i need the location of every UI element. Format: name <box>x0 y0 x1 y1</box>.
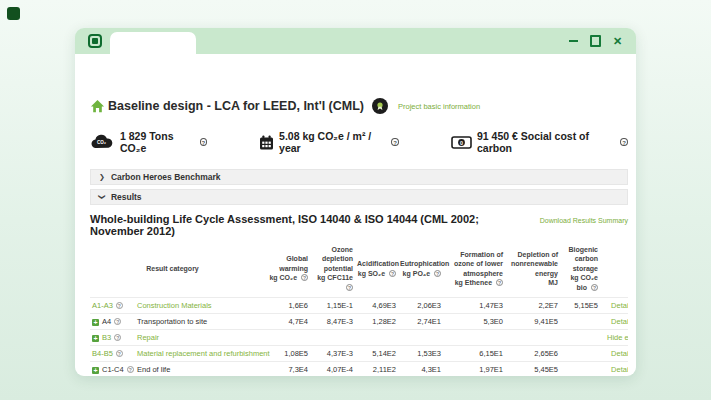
close-button[interactable]: ✕ <box>612 36 623 47</box>
column-header: Ozone depletion potentialkg CFC11e <box>310 241 355 298</box>
metric-value: 91 450 € Social cost of carbon <box>477 130 617 154</box>
page-content: Baseline design - LCA for LEED, Int'l (C… <box>75 54 636 376</box>
medal-badge-icon <box>372 98 388 114</box>
co2-cloud-icon: CO₂ <box>90 134 115 150</box>
results-table-wrapper: Result categoryGlobal warmingkg CO₂e Ozo… <box>90 241 628 376</box>
accordion-label: Carbon Heroes Benchmark <box>111 172 221 182</box>
result-value: 5,15E5 <box>560 298 600 314</box>
expand-plus-icon[interactable] <box>92 367 99 374</box>
result-value: 2,11E2 <box>355 362 398 376</box>
result-value: 4,69E3 <box>355 298 398 314</box>
metric-value: 5.08 kg CO₂e / m² / year <box>279 130 388 154</box>
svg-text:0: 0 <box>460 139 463 145</box>
row-action-link[interactable]: Details <box>600 346 628 362</box>
column-header: Biogenic carbon storagekg CO₂e bio <box>560 241 600 298</box>
app-logo-icon <box>88 34 102 48</box>
lifecycle-stage-code: B3 <box>90 330 135 346</box>
page-title: Baseline design - LCA for LEED, Int'l (C… <box>108 99 364 113</box>
chevron-down-icon: ❯ <box>98 194 106 200</box>
info-icon[interactable] <box>116 350 123 357</box>
accordion-label: Results <box>111 192 142 202</box>
result-value <box>560 346 600 362</box>
result-value: 2,2E7 <box>505 298 560 314</box>
info-icon[interactable] <box>591 284 598 291</box>
table-header-row: Result categoryGlobal warmingkg CO₂e Ozo… <box>90 241 628 298</box>
result-value: 4,3E1 <box>398 362 443 376</box>
info-icon[interactable] <box>127 366 134 373</box>
result-value: 2,74E1 <box>398 314 443 330</box>
minimize-button[interactable] <box>568 36 579 47</box>
result-value: 1,97E1 <box>443 362 505 376</box>
lifecycle-stage-code: A1-A3 <box>90 298 135 314</box>
column-header: Global warmingkg CO₂e <box>255 241 310 298</box>
category-link[interactable]: Repair <box>135 330 255 346</box>
table-row: B4-B5Material replacement and refurbishm… <box>90 346 628 362</box>
info-icon[interactable] <box>114 334 121 341</box>
result-value: 8,47E-3 <box>310 314 355 330</box>
metric-total-carbon: CO₂ 1 829 Tons CO₂e <box>90 130 207 154</box>
table-row: A4Transportation to site4,7E48,47E-31,28… <box>90 314 628 330</box>
project-basic-information-link[interactable]: Project basic information <box>398 102 480 111</box>
table-row: C1-C4End of life7,3E44,07E-42,11E24,3E11… <box>90 362 628 376</box>
result-value: 4,7E4 <box>255 314 310 330</box>
result-value <box>355 330 398 346</box>
page-background: ✕ Baseline design - LCA for LEED, Int'l … <box>0 0 711 400</box>
lifecycle-stage-code: C1-C4 <box>90 362 135 376</box>
chevron-right-icon: ❯ <box>99 173 105 181</box>
info-icon[interactable] <box>346 284 353 291</box>
results-table: Result categoryGlobal warmingkg CO₂e Ozo… <box>90 241 628 376</box>
maximize-button[interactable] <box>590 36 601 47</box>
info-icon[interactable] <box>434 270 441 277</box>
accordion-carbon-heroes-benchmark[interactable]: ❯ Carbon Heroes Benchmark <box>90 169 628 185</box>
column-header: Acidificationkg SO₂e <box>355 241 398 298</box>
result-value: 1,28E2 <box>355 314 398 330</box>
expand-plus-icon[interactable] <box>92 335 99 342</box>
result-value <box>398 330 443 346</box>
results-title: Whole-building Life Cycle Assessment, IS… <box>90 213 530 237</box>
category-link[interactable]: Material replacement and refurbishment <box>135 346 255 362</box>
browser-tab[interactable] <box>110 32 196 54</box>
result-value: 1,53E3 <box>398 346 443 362</box>
result-value <box>310 330 355 346</box>
result-value: 2,65E6 <box>505 346 560 362</box>
table-row: B3RepairHide empty <box>90 330 628 346</box>
result-value: 1,6E6 <box>255 298 310 314</box>
result-value: 1,47E3 <box>443 298 505 314</box>
column-header: Eutrophicationkg PO₄e <box>398 241 443 298</box>
info-icon[interactable] <box>116 302 123 309</box>
result-value: 7,3E4 <box>255 362 310 376</box>
info-icon[interactable] <box>301 274 308 281</box>
column-header: Result category <box>90 241 255 298</box>
info-icon[interactable] <box>391 138 399 146</box>
result-value: 2,06E3 <box>398 298 443 314</box>
result-value <box>560 362 600 376</box>
metrics-row: CO₂ 1 829 Tons CO₂e 5.0 <box>90 130 628 154</box>
info-icon[interactable] <box>389 270 396 277</box>
result-value <box>505 330 560 346</box>
result-value <box>255 330 310 346</box>
download-results-summary-link[interactable]: Download Results Summary <box>540 217 628 224</box>
result-value: 1,15E-1 <box>310 298 355 314</box>
info-icon[interactable] <box>200 138 208 146</box>
row-action-link[interactable]: Details <box>600 314 628 330</box>
row-action-link[interactable]: Details <box>600 298 628 314</box>
results-section-header: Whole-building Life Cycle Assessment, IS… <box>90 213 628 237</box>
result-value <box>560 314 600 330</box>
row-action-link[interactable]: Details <box>600 362 628 376</box>
home-icon <box>90 99 105 114</box>
category-link[interactable]: Construction Materials <box>135 298 255 314</box>
svg-text:CO₂: CO₂ <box>97 140 106 145</box>
info-icon[interactable] <box>620 138 628 146</box>
metric-social-cost: 0 91 450 € Social cost of carbon <box>451 130 628 154</box>
accordion-results[interactable]: ❯ Results <box>90 189 628 205</box>
result-value <box>443 330 505 346</box>
result-value: 5,14E2 <box>355 346 398 362</box>
result-value <box>560 330 600 346</box>
result-value: 5,45E5 <box>505 362 560 376</box>
browser-window: ✕ Baseline design - LCA for LEED, Int'l … <box>75 28 636 376</box>
info-icon[interactable] <box>496 279 503 286</box>
row-action-link[interactable]: Hide empty <box>600 330 628 346</box>
info-icon[interactable] <box>114 318 121 325</box>
expand-plus-icon[interactable] <box>92 319 99 326</box>
browser-titlebar: ✕ <box>75 28 636 54</box>
